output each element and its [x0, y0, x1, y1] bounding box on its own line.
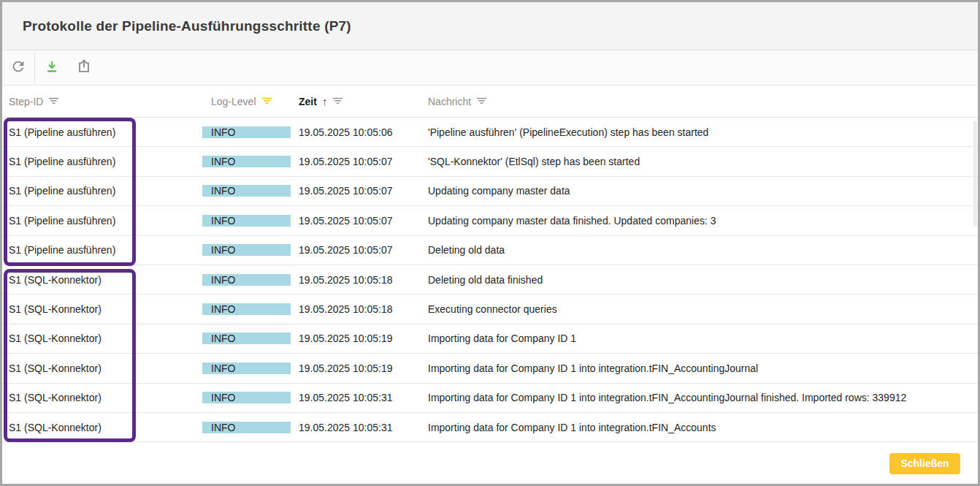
- dialog-footer: Schließen: [2, 443, 978, 484]
- cell-log-level: INFO: [202, 413, 291, 441]
- cell-nachricht: Importing data for Company ID 1 into int…: [428, 384, 978, 412]
- filter-icon-active[interactable]: [261, 96, 272, 107]
- cell-log-level: INFO: [202, 236, 291, 265]
- column-label-zeit: Zeit: [299, 96, 317, 107]
- cell-step-id: S1 (Pipeline ausführen): [2, 177, 202, 205]
- cell-zeit: 19.05.2025 10:05:07: [291, 147, 428, 175]
- upload-button[interactable]: [72, 56, 96, 80]
- cell-zeit: 19.05.2025 10:05:18: [291, 265, 428, 294]
- cell-zeit: 19.05.2025 10:05:07: [291, 177, 428, 205]
- log-level-badge: INFO: [202, 215, 291, 227]
- cell-nachricht: Deleting old data: [428, 236, 978, 265]
- table-header: Step-ID Log-Level Zeit ↑: [2, 86, 978, 118]
- download-button[interactable]: [39, 56, 64, 80]
- cell-zeit: 19.05.2025 10:05:07: [291, 206, 428, 235]
- close-button[interactable]: Schließen: [889, 453, 960, 474]
- pipeline-logs-dialog: Protokolle der Pipeline-Ausführungsschri…: [0, 0, 980, 486]
- sort-asc-icon: ↑: [322, 95, 328, 107]
- cell-zeit: 19.05.2025 10:05:31: [291, 413, 428, 441]
- table-row[interactable]: S1 (Pipeline ausführen) INFO 19.05.2025 …: [2, 236, 978, 265]
- log-level-badge: INFO: [202, 303, 291, 315]
- table-row[interactable]: S1 (SQL-Konnektor) INFO 19.05.2025 10:05…: [2, 384, 978, 413]
- cell-step-id: S1 (Pipeline ausführen): [2, 147, 202, 175]
- cell-log-level: INFO: [202, 324, 291, 353]
- log-level-badge: INFO: [202, 362, 291, 374]
- log-level-badge: INFO: [202, 244, 291, 256]
- column-label-log-level: Log-Level: [211, 96, 256, 107]
- table-row[interactable]: S1 (SQL-Konnektor) INFO 19.05.2025 10:05…: [2, 354, 978, 383]
- column-header-zeit[interactable]: Zeit ↑: [291, 95, 428, 107]
- log-level-badge: INFO: [202, 185, 291, 197]
- filter-icon[interactable]: [48, 96, 59, 107]
- table-row[interactable]: S1 (Pipeline ausführen) INFO 19.05.2025 …: [2, 118, 978, 147]
- cell-zeit: 19.05.2025 10:05:06: [291, 118, 428, 146]
- table-row[interactable]: S1 (SQL-Konnektor) INFO 19.05.2025 10:05…: [2, 295, 978, 324]
- download-icon: [44, 58, 60, 77]
- cell-nachricht: 'Pipeline ausführen' (PipelineExecution)…: [428, 118, 978, 146]
- dialog-titlebar: Protokolle der Pipeline-Ausführungsschri…: [2, 2, 978, 50]
- filter-icon[interactable]: [476, 96, 487, 107]
- cell-log-level: INFO: [202, 295, 291, 323]
- cell-zeit: 19.05.2025 10:05:19: [291, 354, 428, 382]
- cell-nachricht: Deleting old data finished: [428, 265, 978, 294]
- log-level-badge: INFO: [202, 274, 291, 286]
- cell-log-level: INFO: [202, 118, 291, 146]
- table-row[interactable]: S1 (SQL-Konnektor) INFO 19.05.2025 10:05…: [2, 265, 978, 295]
- cell-log-level: INFO: [202, 354, 291, 382]
- cell-zeit: 19.05.2025 10:05:19: [291, 324, 428, 353]
- cell-nachricht: Executing connector queries: [428, 295, 978, 323]
- cell-nachricht: Importing data for Company ID 1: [428, 324, 978, 353]
- refresh-icon: [10, 58, 26, 77]
- cell-nachricht: 'SQL-Konnektor' (EtlSql) step has been s…: [428, 147, 978, 175]
- cell-log-level: INFO: [202, 177, 291, 205]
- cell-log-level: INFO: [202, 206, 291, 235]
- cell-step-id: S1 (SQL-Konnektor): [2, 413, 202, 441]
- toolbar: [2, 50, 978, 86]
- vertical-scrollbar-thumb[interactable]: [973, 121, 977, 227]
- column-label-step-id: Step-ID: [9, 96, 43, 107]
- table-row[interactable]: S1 (SQL-Konnektor) INFO 19.05.2025 10:05…: [2, 413, 978, 442]
- log-level-badge: INFO: [202, 422, 291, 433]
- column-header-nachricht[interactable]: Nachricht: [428, 96, 978, 107]
- column-header-log-level[interactable]: Log-Level: [202, 96, 291, 107]
- cell-nachricht: Updating company master data: [428, 177, 978, 205]
- table-row[interactable]: S1 (Pipeline ausführen) INFO 19.05.2025 …: [2, 147, 978, 176]
- cell-step-id: S1 (Pipeline ausführen): [2, 118, 202, 146]
- cell-step-id: S1 (SQL-Konnektor): [2, 384, 202, 412]
- table-row[interactable]: S1 (Pipeline ausführen) INFO 19.05.2025 …: [2, 206, 978, 235]
- column-label-nachricht: Nachricht: [428, 96, 471, 107]
- log-level-badge: INFO: [202, 156, 291, 167]
- toolbar-divider: [34, 50, 35, 86]
- cell-zeit: 19.05.2025 10:05:31: [291, 384, 428, 412]
- upload-icon: [76, 58, 92, 77]
- cell-step-id: S1 (SQL-Konnektor): [2, 295, 202, 323]
- cell-log-level: INFO: [202, 384, 291, 412]
- cell-nachricht: Updating company master data finished. U…: [428, 206, 978, 235]
- cell-log-level: INFO: [202, 147, 291, 175]
- cell-step-id: S1 (SQL-Konnektor): [2, 324, 202, 353]
- cell-step-id: S1 (SQL-Konnektor): [2, 265, 202, 294]
- cell-zeit: 19.05.2025 10:05:18: [291, 295, 428, 323]
- cell-step-id: S1 (Pipeline ausführen): [2, 206, 202, 235]
- table-row[interactable]: S1 (SQL-Konnektor) INFO 19.05.2025 10:05…: [2, 324, 978, 354]
- cell-step-id: S1 (Pipeline ausführen): [2, 236, 202, 265]
- table-row[interactable]: S1 (Pipeline ausführen) INFO 19.05.2025 …: [2, 177, 978, 206]
- log-level-badge: INFO: [202, 126, 291, 138]
- cell-nachricht: Importing data for Company ID 1 into int…: [428, 354, 978, 382]
- page-title: Protokolle der Pipeline-Ausführungsschri…: [23, 18, 351, 34]
- cell-log-level: INFO: [202, 265, 291, 294]
- cell-zeit: 19.05.2025 10:05:07: [291, 236, 428, 265]
- table-body: S1 (Pipeline ausführen) INFO 19.05.2025 …: [2, 118, 978, 443]
- refresh-button[interactable]: [6, 56, 31, 80]
- log-level-badge: INFO: [202, 333, 291, 344]
- log-level-badge: INFO: [202, 392, 291, 403]
- column-header-step-id[interactable]: Step-ID: [2, 96, 202, 107]
- filter-icon[interactable]: [332, 96, 343, 107]
- cell-step-id: S1 (SQL-Konnektor): [2, 354, 202, 382]
- cell-nachricht: Importing data for Company ID 1 into int…: [428, 413, 978, 441]
